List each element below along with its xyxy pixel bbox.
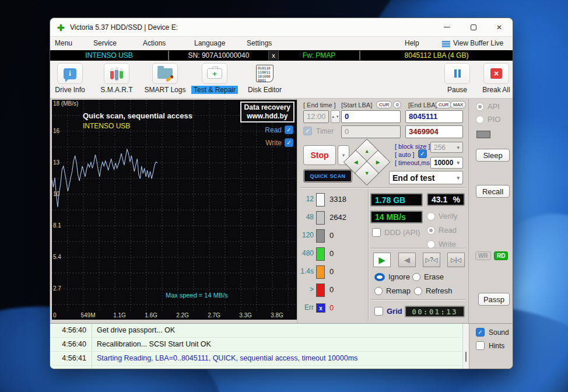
timer-label: Timer [316, 127, 334, 135]
grid-checkbox[interactable] [374, 307, 383, 316]
timer-input[interactable]: 0 [341, 125, 401, 138]
start-playback-button[interactable]: ▶ [373, 253, 391, 267]
read-mode-badge: RD [494, 251, 508, 260]
defect-ignore[interactable]: Ignore [374, 272, 410, 281]
status-indicator [476, 131, 490, 138]
back-button[interactable]: ◀ [398, 253, 416, 267]
infobar-close-button[interactable]: x [268, 51, 279, 60]
defect-refresh[interactable]: Refresh [414, 286, 453, 295]
y-tick-18 (MB/s): 18 (MB/s) [53, 100, 78, 107]
y-tick-5.4: 5.4 [53, 254, 61, 260]
drive-info-label: Drive Info [55, 86, 85, 94]
mode-verify[interactable]: Verify [427, 212, 458, 220]
log-scrollbar[interactable] [462, 324, 469, 369]
recall-button[interactable]: Recall [476, 185, 510, 198]
write-checkbox[interactable]: ✓ [285, 138, 293, 147]
ddd-option[interactable]: DDD (API) [372, 228, 420, 237]
end-time-input[interactable]: 12:00 [303, 110, 329, 123]
smart-logs-button[interactable]: SMART Logs [140, 63, 190, 94]
menu-item-language[interactable]: Language [194, 39, 225, 47]
stop-button[interactable]: Stop [303, 145, 336, 165]
end-lba-input[interactable]: 8045111 [405, 110, 463, 123]
test-tubes-icon [104, 63, 129, 84]
disk-editor-button[interactable]: 010110 110011 101000 0001 Disk Editor [240, 63, 290, 94]
refresh-label: Refresh [426, 286, 453, 295]
speed-graph-plot [52, 100, 297, 311]
block-size-select[interactable]: 256▾ [430, 142, 463, 153]
api-radio[interactable] [476, 103, 484, 111]
api-option[interactable]: API [476, 102, 500, 111]
timer-checkbox[interactable]: ✓ [303, 127, 312, 135]
read-radio[interactable] [427, 226, 435, 235]
start-lba-input[interactable]: 0 [341, 110, 401, 123]
menu-item-settings[interactable]: Settings [247, 39, 272, 47]
auto-checkbox[interactable]: ✓ [418, 149, 427, 158]
skip-end-button[interactable]: ▷|◁ [447, 253, 465, 267]
verify-radio[interactable] [427, 212, 435, 220]
log-time: 4:56:40 [50, 340, 86, 348]
start-lba-zero-button[interactable]: 0 [393, 101, 401, 108]
x-tick-0: 0 [53, 312, 57, 318]
sleep-button[interactable]: Sleep [476, 149, 510, 162]
hints-checkbox[interactable] [476, 341, 485, 350]
break-all-button[interactable]: ✕ Break All [471, 63, 513, 94]
erase-radio[interactable] [412, 273, 420, 281]
read-checkbox[interactable]: ✓ [285, 125, 293, 134]
hints-option[interactable]: Hints [476, 341, 504, 350]
stat-row-Err: Errx0 [297, 300, 367, 318]
grid-option[interactable]: Grid [374, 307, 402, 316]
defect-erase[interactable]: Erase [412, 272, 444, 281]
end-lba-max-button[interactable]: MAX [450, 101, 466, 108]
stat-value: 0 [329, 285, 334, 294]
x-tick-1.6G: 1.6G [139, 312, 163, 318]
percent-unit: % [453, 195, 460, 204]
defect-remap[interactable]: Remap [374, 286, 411, 295]
titlebar[interactable]: ✚ Victoria 5.37 HDD/SSD | Device E: ✕ [50, 18, 513, 37]
close-button[interactable]: ✕ [487, 18, 511, 36]
auto-label: [ auto ] [395, 151, 415, 158]
stat-label: Err [290, 303, 314, 312]
mode-read[interactable]: Read [427, 226, 457, 235]
stat-label: 12 [290, 195, 314, 203]
write-mode-badge: WR [475, 251, 491, 260]
end-lba-cur-button[interactable]: CUR [436, 101, 451, 108]
refresh-radio[interactable] [414, 287, 422, 295]
quick-scan-button[interactable]: QUICK SCAN [303, 169, 352, 183]
ignore-radio[interactable] [374, 273, 385, 281]
pio-option[interactable]: PIO [476, 115, 500, 124]
menu-item-menu[interactable]: Menu [55, 39, 72, 47]
menu-item-help[interactable]: Help [405, 39, 419, 47]
smart-button[interactable]: S.M.A.R.T [92, 63, 142, 94]
passp-button[interactable]: Passp [478, 293, 510, 306]
end-time-spinner[interactable]: ▲ ▼ [331, 110, 340, 123]
start-lba-cur-button[interactable]: CUR [376, 101, 392, 108]
menu-item-view-buffer-live[interactable]: View Buffer Live [453, 39, 503, 47]
verify-seek-button[interactable]: ▷?◁ [423, 253, 440, 267]
minimize-button[interactable] [434, 18, 459, 36]
remap-radio[interactable] [374, 287, 383, 295]
menu-item-actions[interactable]: Actions [143, 39, 166, 47]
stat-label: 120 [290, 231, 314, 239]
speed-graph: 18 (MB/s)1613108.15.42.7 0549M1.1G1.6G2.… [52, 100, 297, 320]
max-speed-note: Max speed = 14 MB/s [166, 292, 228, 299]
break-all-label: Break All [482, 86, 510, 94]
timeout-label: [ timeout,ms ] [395, 159, 433, 166]
write-radio[interactable] [427, 240, 435, 249]
mode-write[interactable]: Write [427, 240, 456, 249]
drive-info-button[interactable]: i Drive Info [50, 63, 95, 94]
timeout-select[interactable]: 10000▾ [430, 157, 463, 169]
folder-pencil-icon [152, 63, 178, 84]
log-scrollbar-thumb[interactable] [465, 352, 467, 362]
block-size-value: 256 [434, 144, 446, 152]
pio-radio[interactable] [476, 116, 484, 124]
stat-label: 1.4s [290, 267, 314, 275]
test-repair-button[interactable]: + Test & Repair [190, 63, 240, 94]
side-panel: API PIO Sleep Recall WR RD Passp [468, 99, 513, 323]
sound-checkbox[interactable]: ✓ [476, 328, 485, 337]
ddd-checkbox[interactable] [372, 228, 381, 237]
binary-page-icon: 010110 110011 101000 0001 [252, 63, 278, 84]
maximize-button[interactable] [461, 18, 486, 36]
menu-item-service[interactable]: Service [93, 39, 117, 47]
end-action-select[interactable]: End of test▾ [389, 171, 463, 184]
sound-option[interactable]: ✓Sound [476, 328, 509, 337]
